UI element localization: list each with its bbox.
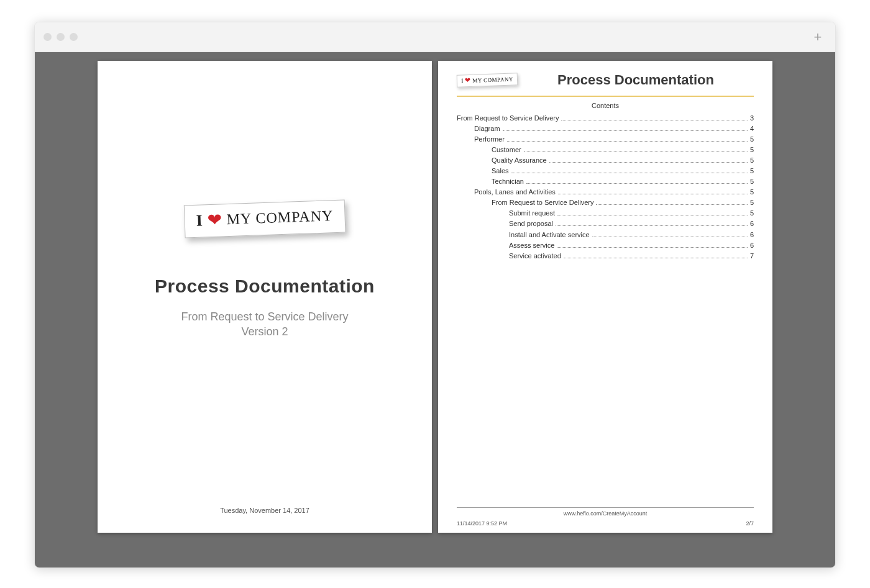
toc-page-number: 6 (750, 230, 754, 240)
toc-page-number: 3 (750, 113, 754, 124)
toc-label: Customer (492, 145, 521, 155)
company-logo: I ❤ MY COMPANY (184, 200, 346, 238)
toc-leader-dots (503, 125, 748, 131)
new-tab-button[interactable]: + (810, 30, 825, 45)
document-title: Process Documentation (98, 276, 432, 297)
toc-page-number: 5 (750, 166, 754, 176)
toc-page-number: 5 (750, 176, 754, 187)
toc-leader-dots (557, 210, 748, 216)
toc-leader-dots (556, 221, 748, 227)
toc-label: Technician (492, 176, 524, 187)
toc-leader-dots (596, 200, 747, 206)
page-header-title: Process Documentation (518, 72, 754, 88)
toc-page-number: 7 (750, 251, 754, 261)
page-2: I ❤ MY COMPANY Process Documentation Con… (438, 61, 772, 533)
toc-entry[interactable]: Pools, Lanes and Activities 5 (457, 187, 754, 197)
toc-page-number: 5 (750, 155, 754, 166)
page-1: I ❤ MY COMPANY Process Documentation Fro… (98, 61, 432, 533)
toc-page-number: 5 (750, 134, 754, 145)
toc-leader-dots (558, 189, 748, 195)
toc-entry[interactable]: Quality Assurance 5 (457, 155, 754, 166)
toc-leader-dots (557, 242, 748, 248)
footer-timestamp: 11/14/2017 9:52 PM (457, 520, 507, 527)
logo-text: MY COMPANY (226, 207, 333, 228)
window-titlebar: + (35, 22, 835, 52)
traffic-lights (44, 33, 78, 41)
toc-label: Diagram (474, 124, 500, 134)
toc-label: Assess service (509, 240, 554, 251)
toc-label: From Request to Service Delivery (457, 113, 559, 124)
toc-label: Service activated (509, 251, 561, 261)
footer-url: www.heflo.com/CreateMyAccount (438, 510, 772, 517)
toc-leader-dots (507, 136, 748, 142)
toc-label: From Request to Service Delivery (492, 197, 593, 208)
company-logo-small: I ❤ MY COMPANY (457, 73, 518, 87)
logo-prefix: I (196, 211, 203, 230)
toc-leader-dots (524, 147, 748, 152)
window-minimize-dot[interactable] (57, 33, 65, 41)
toc-entry[interactable]: Customer 5 (457, 145, 754, 155)
window-close-dot[interactable] (44, 33, 52, 41)
contents-heading: Contents (438, 102, 772, 109)
toc-leader-dots (564, 253, 748, 258)
toc-page-number: 5 (750, 208, 754, 219)
toc-page-number: 5 (750, 145, 754, 155)
toc-leader-dots (592, 232, 748, 237)
toc-entry[interactable]: Send proposal 6 (457, 219, 754, 229)
toc-page-number: 4 (750, 124, 754, 134)
toc-label: Sales (492, 166, 509, 176)
toc-entry[interactable]: Performer 5 (457, 134, 754, 145)
page-header: I ❤ MY COMPANY Process Documentation (457, 72, 754, 88)
toc-leader-dots (526, 178, 748, 184)
toc-label: Pools, Lanes and Activities (474, 187, 556, 197)
toc-page-number: 6 (750, 240, 754, 251)
logo-prefix: I (461, 77, 464, 84)
header-rule (457, 96, 754, 97)
toc-entry[interactable]: Service activated 7 (457, 251, 754, 261)
toc-entry[interactable]: Submit request 5 (457, 208, 754, 219)
document-subtitle: From Request to Service Delivery (98, 310, 432, 323)
toc-entry[interactable]: From Request to Service Delivery 3 (457, 113, 754, 124)
toc-leader-dots (511, 168, 748, 173)
table-of-contents: From Request to Service Delivery 3Diagra… (457, 113, 754, 261)
toc-entry[interactable]: From Request to Service Delivery 5 (457, 197, 754, 208)
document-version: Version 2 (98, 325, 432, 338)
toc-page-number: 5 (750, 187, 754, 197)
toc-page-number: 6 (750, 219, 754, 229)
browser-window: + I ❤ MY COMPANY Process Documentation F… (34, 22, 836, 568)
footer-rule (457, 507, 754, 508)
toc-entry[interactable]: Diagram 4 (457, 124, 754, 134)
heart-icon: ❤ (207, 209, 222, 230)
toc-entry[interactable]: Install and Activate service 6 (457, 230, 754, 240)
toc-leader-dots (561, 115, 747, 120)
toc-label: Install and Activate service (509, 230, 590, 240)
toc-entry[interactable]: Sales 5 (457, 166, 754, 176)
toc-label: Quality Assurance (492, 155, 547, 166)
document-date: Tuesday, November 14, 2017 (98, 507, 432, 514)
toc-leader-dots (549, 157, 748, 163)
heart-icon: ❤ (465, 76, 470, 84)
document-viewer[interactable]: I ❤ MY COMPANY Process Documentation Fro… (35, 52, 835, 568)
toc-label: Submit request (509, 208, 555, 219)
footer-page-number: 2/7 (746, 520, 754, 527)
toc-entry[interactable]: Technician 5 (457, 176, 754, 187)
logo-text: MY COMPANY (472, 76, 513, 83)
window-zoom-dot[interactable] (70, 33, 78, 41)
toc-label: Send proposal (509, 219, 553, 229)
toc-entry[interactable]: Assess service 6 (457, 240, 754, 251)
toc-page-number: 5 (750, 197, 754, 208)
toc-label: Performer (474, 134, 505, 145)
